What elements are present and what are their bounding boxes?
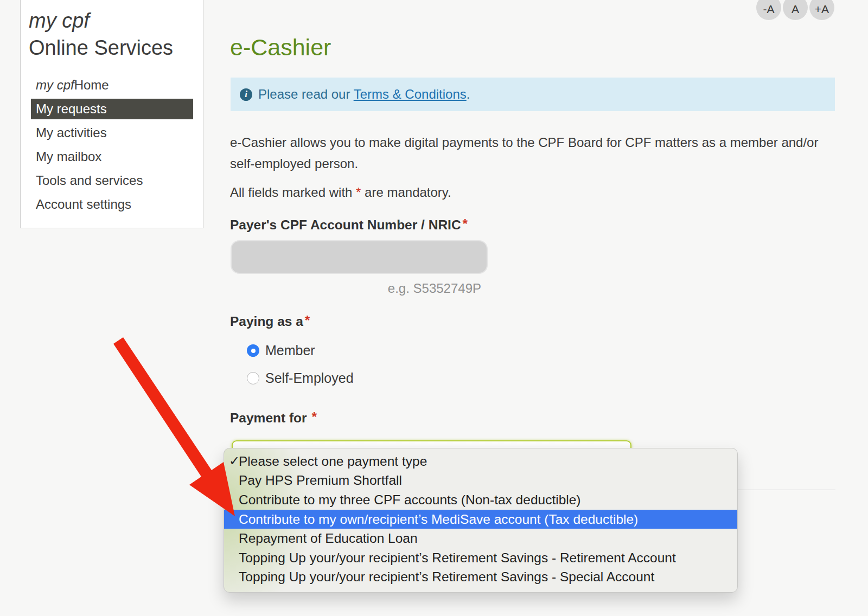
dropdown-option-hps-premium[interactable]: Pay HPS Premium Shortfall bbox=[224, 471, 737, 491]
info-text: Please read our Terms & Conditions. bbox=[258, 87, 470, 102]
terms-and-conditions-link[interactable]: Terms & Conditions bbox=[354, 87, 467, 101]
radio-selected-icon[interactable] bbox=[247, 344, 259, 357]
asterisk: * bbox=[463, 216, 468, 231]
sidebar-title-online-services: Online Services bbox=[29, 36, 173, 59]
sidebar-title: my cpf Online Services bbox=[29, 7, 203, 61]
intro-paragraph: e-Cashier allows you to make digital pay… bbox=[230, 132, 831, 174]
radio-unselected-icon[interactable] bbox=[247, 372, 259, 384]
info-icon: i bbox=[240, 88, 252, 101]
font-default-button[interactable]: A bbox=[783, 0, 808, 20]
check-icon: ✓ bbox=[229, 453, 240, 469]
sidebar-item-tools-and-services[interactable]: Tools and services bbox=[21, 169, 203, 193]
payer-nric-label: Payer's CPF Account Number / NRIC* bbox=[230, 217, 468, 233]
radio-option-self-employed[interactable]: Self-Employed bbox=[247, 370, 354, 386]
dropdown-option-education-loan[interactable]: Repayment of Education Loan bbox=[224, 529, 737, 548]
asterisk: * bbox=[305, 313, 310, 328]
page-title: e-Cashier bbox=[230, 34, 331, 61]
dropdown-option-medisave[interactable]: Contribute to my own/recipient’s MediSav… bbox=[224, 510, 737, 529]
paying-as-label: Paying as a* bbox=[230, 314, 310, 329]
dropdown-option-retirement-account[interactable]: Topping Up your/your recipient’s Retirem… bbox=[224, 548, 737, 568]
page: my cpf Online Services my cpf Home My re… bbox=[0, 0, 868, 616]
radio-label: Self-Employed bbox=[265, 370, 354, 386]
sidebar-item-my-mailbox[interactable]: My mailbox bbox=[21, 145, 203, 169]
mandatory-note: All fields marked with * are mandatory. bbox=[230, 185, 451, 200]
sidebar-item-mycpf-home[interactable]: my cpf Home bbox=[21, 73, 203, 97]
payer-nric-input[interactable] bbox=[231, 240, 488, 274]
font-decrease-button[interactable]: -A bbox=[756, 0, 781, 20]
sidebar: my cpf Online Services my cpf Home My re… bbox=[20, 0, 203, 228]
payment-for-label: Payment for* bbox=[230, 410, 317, 426]
payment-type-dropdown-menu: ✓Please select one payment type Pay HPS … bbox=[224, 448, 738, 593]
dropdown-option-special-account[interactable]: Topping Up your/your recipient’s Retirem… bbox=[224, 568, 737, 587]
asterisk: * bbox=[312, 409, 317, 424]
sidebar-item-account-settings[interactable]: Account settings bbox=[21, 193, 203, 216]
sidebar-title-mycpf: my cpf bbox=[29, 9, 90, 32]
sidebar-nav: my cpf Home My requests My activities My… bbox=[21, 73, 203, 216]
dropdown-option-placeholder[interactable]: ✓Please select one payment type bbox=[224, 452, 737, 471]
font-increase-button[interactable]: +A bbox=[809, 0, 834, 20]
dropdown-option-three-cpf-accounts[interactable]: Contribute to my three CPF accounts (Non… bbox=[224, 490, 737, 510]
payer-nric-hint: e.g. S5352749P bbox=[231, 281, 481, 296]
sidebar-item-my-requests[interactable]: My requests bbox=[31, 99, 193, 119]
info-banner: i Please read our Terms & Conditions. bbox=[231, 78, 835, 111]
font-size-controls: -A A +A bbox=[756, 0, 834, 20]
radio-option-member[interactable]: Member bbox=[247, 343, 315, 358]
radio-label: Member bbox=[265, 343, 315, 358]
sidebar-item-my-activities[interactable]: My activities bbox=[21, 121, 203, 145]
